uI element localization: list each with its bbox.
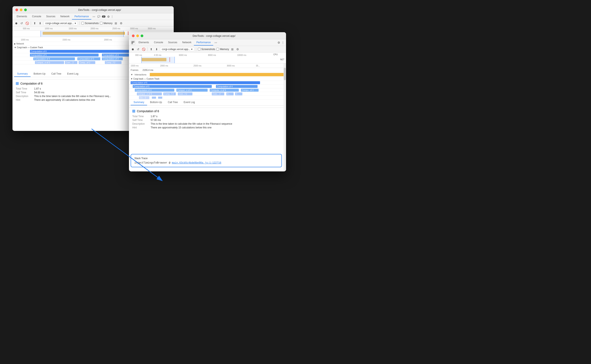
minimize-button-1[interactable] <box>20 8 22 11</box>
comp3a-bar-1[interactable]: Computation of 3 <box>77 57 100 60</box>
comp3a-bar-2[interactable]: Comput...n of 3 <box>176 89 208 92</box>
bottom-up-tab-1[interactable]: Bottom-Up <box>31 71 48 77</box>
summary-tab-1[interactable]: Summary <box>14 71 31 77</box>
menu-icon-2[interactable]: ⋮ <box>282 41 284 44</box>
comp4b-bar-1[interactable]: Computation of 4 <box>33 57 75 60</box>
top-ruler-2: 000 ms 4 00 ms 6000 ms 8000 ms 10000 ms … <box>129 52 286 57</box>
desc-key-1: Description <box>16 95 33 98</box>
comp3c-bar-2[interactable]: Comput...n of 3 <box>137 92 162 95</box>
screenshots-checkbox-2[interactable]: Screenshots <box>198 48 215 51</box>
playhead-1 <box>128 31 128 35</box>
tab-elements-2[interactable]: Elements <box>136 40 151 46</box>
tab-network-1[interactable]: Network <box>58 14 72 20</box>
url-box-1[interactable]: corgi-collage.vercel.app... ▾ <box>43 21 78 25</box>
tab-network-2[interactable]: Network <box>180 40 194 46</box>
call-tree-tab-2[interactable]: Call Tree <box>165 99 181 105</box>
capture-icon-1[interactable]: ⊞ <box>114 21 118 25</box>
scrollbar-2[interactable] <box>283 63 286 171</box>
download-icon-1[interactable]: ⬇ <box>38 21 42 25</box>
event-log-tab-2[interactable]: Event Log <box>181 99 198 105</box>
comp4b-bar-2[interactable]: Computation of 4 <box>135 89 174 92</box>
upload-icon-2[interactable]: ⬆ <box>149 47 153 51</box>
tab-console-2[interactable]: Console <box>151 40 166 46</box>
hint-key-1: Hint <box>16 98 33 101</box>
comp5-bar-2[interactable]: Computation of 5 <box>133 85 212 88</box>
download-icon-2[interactable]: ⬇ <box>154 47 159 51</box>
desc-val-2: This is the time taken to calculate the … <box>151 122 232 125</box>
screenshots-checkbox-1[interactable]: Screenshots <box>81 22 99 25</box>
upload-icon-1[interactable]: ⬆ <box>33 21 37 25</box>
comp2c-bar-1[interactable]: Comp...f 2 <box>105 61 121 64</box>
record-icon-1[interactable]: ⏺ <box>14 21 18 25</box>
comp2a-bar-1[interactable]: Com... 2 <box>65 61 77 64</box>
comp6-bar-2[interactable]: Computation of 6 <box>131 81 260 84</box>
record-icon-2[interactable]: ⏺ <box>131 47 135 51</box>
settings2-icon-1[interactable]: ⚙ <box>119 21 123 25</box>
minimize-button-2[interactable] <box>136 34 139 37</box>
tab-console-1[interactable]: Console <box>30 14 44 20</box>
comp2a-bar-2[interactable]: Compu...of 2 <box>241 89 259 92</box>
screenshots-check-2[interactable] <box>198 48 201 51</box>
comp4-bar-2[interactable]: Computation of 4 <box>216 85 257 88</box>
summary-tabs-2: Summary Bottom-Up Call Tree Event Log <box>129 99 286 105</box>
co2a-bar-2[interactable]: Co... 2 <box>139 96 149 99</box>
comp3b-bar-2[interactable]: Computa...n of 3 <box>210 89 239 92</box>
main-tick-2500: 2500 ms <box>194 65 201 67</box>
main-ruler-2: 1500 ms 2000 ms 2500 ms 3000 ms 35... <box>129 63 286 68</box>
tab-sources-1[interactable]: Sources <box>44 14 58 20</box>
memory-check-2[interactable] <box>216 48 219 51</box>
tick-t3: 6000 ms <box>179 54 187 56</box>
maximize-button-1[interactable] <box>24 8 27 11</box>
scroll-thumb-2[interactable] <box>284 68 286 80</box>
comp2b-bar-2[interactable]: Comp...f 2 <box>163 92 176 95</box>
comp4a-bar-1[interactable]: Computation of 4 <box>102 54 129 57</box>
settings2-icon-2[interactable]: ⚙ <box>236 47 240 51</box>
maximize-button-2[interactable] <box>141 34 143 37</box>
close-button-2[interactable] <box>132 34 134 37</box>
tab-more-2[interactable]: >> <box>213 41 218 44</box>
comp2b-bar-1[interactable]: Comp...of 2 <box>79 61 95 64</box>
close-button-1[interactable] <box>15 8 18 11</box>
selection-2[interactable] <box>141 57 175 63</box>
total-time-row-2: Total Time 1.87 s <box>132 115 283 118</box>
comp3c-bar-1[interactable]: Comput...n of 3 <box>35 61 64 64</box>
memory-check-1[interactable] <box>100 22 102 25</box>
memory-checkbox-1[interactable]: Memory <box>100 22 112 25</box>
inspect-icon-2[interactable] <box>131 40 135 45</box>
tab-sources-2[interactable]: Sources <box>166 40 180 46</box>
clear-icon-2[interactable]: 🚫 <box>141 47 146 51</box>
capture-icon-2[interactable]: ⊞ <box>230 47 235 51</box>
clear-icon-1[interactable]: 🚫 <box>25 21 29 25</box>
reload-icon-2[interactable]: ↺ <box>136 47 140 51</box>
stack-trace-link-2[interactable]: main.63cb5c4bde8be90a.js:1:122716 <box>172 162 221 164</box>
comp2d-bar-2[interactable]: Com... 2 <box>212 92 224 95</box>
comp2c-bar-2[interactable]: Com...f 2 <box>178 92 192 95</box>
url-arrow-1: ▾ <box>75 22 76 25</box>
tick-t2: 4 00 ms <box>154 54 161 56</box>
c2-bar-2[interactable]: C... <box>235 92 242 95</box>
memory-checkbox-2[interactable]: Memory <box>216 48 229 51</box>
url-box-2[interactable]: corgi-collage.vercel.app... ▾ <box>160 47 194 51</box>
tab-more-1[interactable]: >> <box>91 15 96 18</box>
call-tree-tab-1[interactable]: Call Tree <box>48 71 64 77</box>
comp6-bar-1[interactable]: Computation of 6 <box>30 50 129 53</box>
tab-performance-2[interactable]: Performance <box>194 40 213 46</box>
tab-performance-1[interactable]: Performance <box>72 14 91 20</box>
comp3b-bar-1[interactable]: Computation of 3 <box>102 57 123 60</box>
comp5-bar-1[interactable]: Computation of 5 <box>30 54 99 57</box>
reload-icon-1[interactable]: ↺ <box>20 21 24 25</box>
devtools-window-2: DevTools - corgi-collage.vercel.app/ Ele… <box>129 32 286 171</box>
c1-bar-2[interactable]: C... <box>226 92 234 95</box>
menu-icon-1[interactable]: ⋮ <box>111 15 114 18</box>
bottom-up-tab-2[interactable]: Bottom-Up <box>147 99 165 105</box>
settings-icon-1[interactable]: ⚙ <box>107 15 110 18</box>
summary-tab-2[interactable]: Summary <box>131 99 147 105</box>
event-log-tab-1[interactable]: Event Log <box>64 71 81 77</box>
network-label-1: ▶ Network <box>14 43 24 45</box>
tab-elements-1[interactable]: Elements <box>14 14 30 20</box>
settings-icon-2[interactable]: ⚙ <box>277 41 280 44</box>
mini-selection-1[interactable] <box>40 31 124 37</box>
screenshots-check-1[interactable] <box>81 22 84 25</box>
chat-icon-1[interactable]: 💬 <box>97 15 100 18</box>
flame-row-2-3: Computation of 4 Comput...n of 3 Computa… <box>129 88 286 92</box>
